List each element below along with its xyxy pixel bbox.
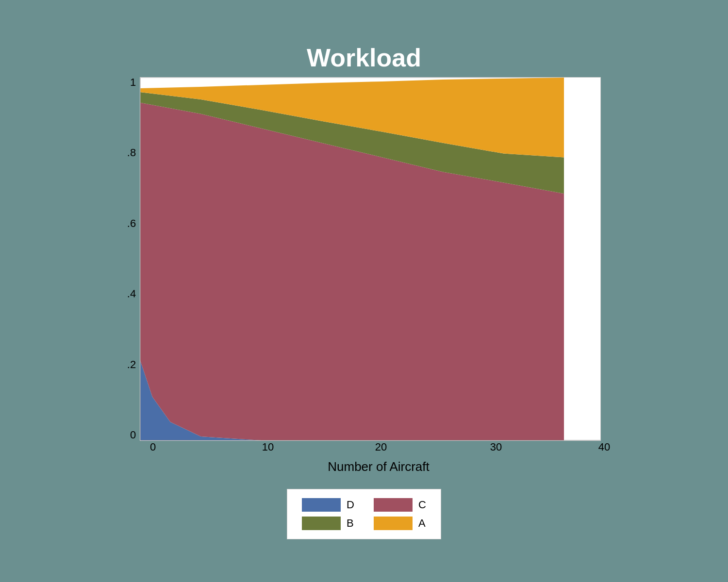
legend-label-D: D <box>347 499 354 511</box>
legend-item-B: B <box>302 517 354 530</box>
y-axis: 1 .8 .6 .4 .2 0 <box>127 77 140 441</box>
y-tick-4: .4 <box>127 289 136 299</box>
x-axis-container: 0 10 20 30 40 Number of Aircraft <box>148 441 609 474</box>
legend-box: D C B A <box>287 489 441 539</box>
y-tick-2: .2 <box>127 359 136 370</box>
plot-box <box>140 77 601 441</box>
y-tick-6: .6 <box>127 218 136 229</box>
chart-svg <box>140 78 600 440</box>
chart-wrapper: 1 .8 .6 .4 .2 0 <box>119 77 609 539</box>
legend-item-D: D <box>302 498 354 512</box>
chart-area: 1 .8 .6 .4 .2 0 <box>127 77 601 441</box>
legend-swatch-C <box>374 498 413 512</box>
legend-label-C: C <box>418 499 426 511</box>
x-tick-10: 10 <box>258 441 278 453</box>
x-axis-label: Number of Aircraft <box>328 459 430 474</box>
x-tick-30: 30 <box>486 441 506 453</box>
y-tick-8: .8 <box>127 147 136 158</box>
legend-swatch-D <box>302 498 341 512</box>
legend-swatch-A <box>374 517 413 530</box>
chart-title: Workload <box>307 43 421 72</box>
y-tick-0: 0 <box>130 430 136 440</box>
legend-item-C: C <box>374 498 426 512</box>
legend-item-A: A <box>374 517 426 530</box>
legend-label-A: A <box>418 517 426 530</box>
legend-swatch-B <box>302 517 341 530</box>
chart-container: Workload 1 .8 .6 .4 .2 0 <box>0 0 728 582</box>
y-tick-1: 1 <box>130 77 136 88</box>
legend-label-B: B <box>347 517 354 530</box>
x-ticks: 0 10 20 30 40 <box>148 441 609 455</box>
x-tick-20: 20 <box>371 441 391 453</box>
x-tick-0: 0 <box>143 441 163 453</box>
white-right <box>564 78 600 440</box>
x-tick-40: 40 <box>595 441 614 453</box>
